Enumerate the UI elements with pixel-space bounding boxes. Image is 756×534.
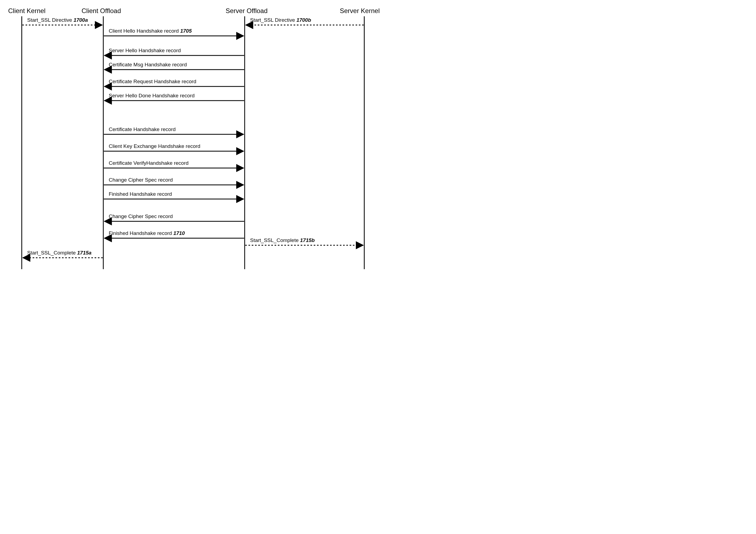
- lifeline-client-offload-label: Client Offload: [82, 7, 121, 14]
- msg-complete-a-label: Start_SSL_Complete 1715a: [27, 250, 92, 256]
- lifeline-server-kernel-label: Server Kernel: [340, 7, 380, 14]
- msg-server-hello-label: Server Hello Handshake record: [109, 47, 181, 53]
- msg-start-ssl-a-label: Start_SSL Directive 1700a: [27, 17, 88, 23]
- msg-ccs1-label: Change Cipher Spec record: [109, 177, 173, 183]
- msg-finished1-label: Finished Handshake record: [109, 191, 172, 197]
- msg-cert-msg-label: Certificate Msg Handshake record: [109, 62, 187, 68]
- msg-cert-label: Certificate Handshake record: [109, 126, 176, 132]
- msg-client-hello-label: Client Hello Handshake record 1705: [109, 28, 192, 34]
- msg-finished2-label: Finished Handshake record 1710: [109, 230, 185, 236]
- msg-complete-b-label: Start_SSL_Complete 1715b: [250, 238, 315, 243]
- msg-client-key-ex-label: Client Key Exchange Handshake record: [109, 143, 200, 149]
- msg-cert-req-label: Certificate Request Handshake record: [109, 79, 196, 84]
- msg-server-hello-done-label: Server Hello Done Handshake record: [109, 93, 195, 98]
- msg-ccs2-label: Change Cipher Spec record: [109, 213, 173, 219]
- sequence-diagram: Client Kernel Client Offload Server Offl…: [6, 6, 383, 272]
- lifeline-server-offload-label: Server Offload: [226, 7, 267, 14]
- msg-start-ssl-b-label: Start_SSL Directive 1700b: [250, 17, 311, 23]
- msg-cert-verify-label: Certificate VerifyHandshake record: [109, 160, 189, 166]
- lifeline-client-kernel-label: Client Kernel: [8, 7, 45, 14]
